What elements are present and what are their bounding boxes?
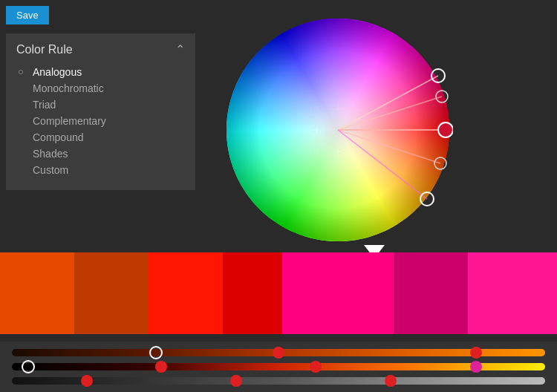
color-wheel-container[interactable] [223,15,453,245]
rule-item-compound[interactable]: Compound [16,129,185,146]
swatch-3[interactable] [149,252,223,334]
rule-item-complementary[interactable]: Complementary [16,113,185,129]
slider-dot-2a[interactable] [155,361,167,373]
rule-item-analogous[interactable]: Analogous [16,64,185,80]
slider-dot-3a[interactable] [81,375,93,387]
slider-dot-2c[interactable] [470,361,482,373]
slider-thumb-2[interactable] [22,360,35,373]
slider-dot-3b[interactable] [230,375,242,387]
slider-thumb-1[interactable] [149,346,163,359]
slider-dot-1a[interactable] [273,347,284,359]
rule-item-shades[interactable]: Shades [16,146,185,162]
collapse-icon[interactable]: ⌃ [175,42,185,56]
swatch-7[interactable] [468,252,557,334]
slider-track-1[interactable] [12,349,545,356]
color-rule-panel: Color Rule ⌃ Analogous Monochromatic Tri… [6,33,195,190]
color-rule-title: Color Rule [16,43,73,56]
sliders-area [0,342,557,392]
slider-row-3 [12,376,545,386]
slider-dot-3c[interactable] [385,375,397,387]
slider-row-2 [12,362,545,371]
slider-dot-1b[interactable] [470,347,482,359]
slider-track-3[interactable] [12,377,545,385]
swatch-1[interactable] [0,252,74,334]
color-rule-list: Analogous Monochromatic Triad Complement… [6,64,195,178]
swatch-4[interactable] [223,252,282,334]
rule-item-monochromatic[interactable]: Monochromatic [16,80,185,97]
rule-item-triad[interactable]: Triad [16,97,185,113]
swatch-2[interactable] [74,252,149,334]
color-wheel[interactable] [223,15,453,245]
slider-track-2[interactable] [12,363,545,370]
slider-dot-2b[interactable] [310,361,322,373]
swatch-5[interactable] [282,252,394,334]
save-button[interactable]: Save [6,6,49,24]
swatch-6[interactable] [394,252,468,334]
color-rule-header: Color Rule ⌃ [6,33,195,64]
rule-item-custom[interactable]: Custom [16,162,185,178]
slider-row-1 [12,347,545,357]
